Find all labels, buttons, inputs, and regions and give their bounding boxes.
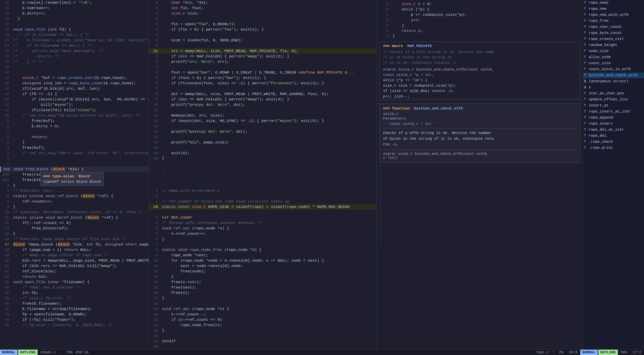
table-row: 35 /* fp_size = lseek(fp, 0, SEEK_END); …: [0, 322, 149, 328]
list-item-current[interactable]: f bytelen_and_check_utf8: [583, 73, 644, 78]
table-row: 26 void save_file (int fd) {: [0, 27, 149, 32]
list-item[interactable]: $ s: [583, 85, 644, 90]
pane-right: 9 size_t i = 0; 8 while (*p) { 7 p += co…: [377, 0, 583, 349]
table-row: 16: [149, 134, 376, 140]
status-final-pos: 17:2: [630, 350, 644, 354]
list-item[interactable]: f rope_new: [583, 6, 644, 12]
list-item[interactable]: f _rope_check: [583, 139, 644, 145]
table-row: 18: [0, 70, 149, 75]
table-row: 15 free(next);: [149, 285, 376, 290]
table-row: 4 return i;: [379, 28, 580, 34]
table-row: 17 printf("%lu", page_size);: [149, 140, 376, 145]
list-item[interactable]: f rope_free: [583, 18, 644, 24]
table-row: 7: [149, 242, 376, 247]
table-row: 6 if (ftruncate(fout, size) == -1) { per…: [149, 81, 376, 86]
status-mode-normal2: NORMAL: [580, 350, 598, 355]
table-row: 7: [0, 129, 149, 134]
table-row: 17 }: [149, 296, 376, 301]
table-row: 6: [149, 16, 376, 21]
table-row: 21 if (blk->src == MAP_FAILED) kill("mma…: [0, 263, 149, 269]
table-row: 12 memcpy(dst, src, size);: [149, 113, 376, 118]
list-item[interactable]: f rope_create_cstr: [583, 36, 644, 42]
table-row: 4 if (fin < 0) { perror("foo"); exit(1);…: [149, 27, 376, 32]
table-row: 13 if (msync(dst, size, MS_SYNC) == -1) …: [149, 118, 376, 124]
status-mode-outline2: OUTLINE: [598, 350, 618, 355]
function-sig: static ssize_t bytelen_and_check_utf8(co…: [383, 152, 577, 160]
table-row: 17 Block *mmap_block (Block *blk, int fp…: [0, 242, 149, 247]
status-percent-right: 2%: [556, 350, 566, 354]
table-row: 28 int fp;: [0, 290, 149, 296]
list-item[interactable]: f rope_byte_count: [583, 30, 644, 36]
status-separator2: |: [551, 350, 556, 354]
tooltip-typedef-label: typedef struct Block Block: [43, 179, 101, 184]
table-row: 11: [149, 107, 376, 113]
macro-description: // Checks if a UTF8 string is ok. Return…: [383, 49, 577, 99]
tooltip-block: ### type-alias `Block` typedef struct Bl…: [40, 172, 104, 186]
list-item[interactable]: f node_size: [583, 48, 644, 54]
table-row: 20 n->ref_count--;: [149, 312, 376, 317]
table-row: 5 /* Function: Incr...: [0, 188, 149, 193]
table-row: 255 free((void*)b... ### type-alias `Blo…: [0, 172, 149, 177]
table-row: 23 }: [149, 328, 376, 333]
list-item[interactable]: f insert_at: [583, 103, 644, 108]
list-item[interactable]: f alloc_node: [583, 54, 644, 60]
list-item[interactable]: f rope_insert_at_iter: [583, 109, 644, 115]
status-bar: NORMAL OUTLINE shado.c | 75% 256:18 rope…: [0, 349, 644, 355]
table-row: 2: [0, 156, 149, 161]
table-row: 8 int fin, fout;: [149, 5, 376, 11]
table-row: 31 E.filename = strdup(filename);: [0, 306, 149, 312]
list-item[interactable]: f rope_insert: [583, 121, 644, 127]
table-row: 256 void free_block (Block *blk) {: [0, 167, 149, 172]
list-item[interactable]: f rope_append: [583, 115, 644, 121]
table-row: 1 // mmap_with_errorcheck.c: [149, 188, 376, 193]
table-row: 13 if (msync((void*)E.blk[0].src, len, M…: [0, 97, 149, 102]
symbols-list: f rope_new2 f rope_new f rope_new_with_u…: [583, 0, 644, 349]
table-row: 29 /* size_t fp_size; */: [0, 296, 149, 301]
function-params-label: Parameters:: [383, 117, 577, 121]
table-row: 7 ref->count++;: [0, 199, 149, 204]
code-area-shado[interactable]: 32 E.row[at].render[len] = '\\0'; 31 E.n…: [0, 0, 149, 349]
table-row: 17 uint8_t *buf = rope_create_cstr(E.rop…: [0, 75, 149, 81]
status-mode-outline: OUTLINE: [18, 350, 38, 355]
status-pos-right: 20:8: [566, 350, 580, 354]
function-return-type: ssize_t: [383, 112, 577, 116]
table-row: 25 #endif: [149, 339, 376, 344]
table-row: 7 p += codepoint_size(*p);: [379, 12, 580, 17]
table-row: 24 /* E.filename = prompt_line("Save as:…: [0, 38, 149, 43]
table-row: 8 static void rope_node_free (rope_node …: [149, 247, 376, 253]
table-row: 14 if (fd != -1) {: [0, 91, 149, 97]
list-item[interactable]: f count_size: [583, 60, 644, 66]
status-filename-right: rope.c: [533, 350, 551, 354]
table-row: 22 /* set_sts_msg("Save aborted"); */: [0, 48, 149, 54]
code-area-rope-left[interactable]: 9 char *src, *dst; 8 int fin, fout; 7 si…: [149, 0, 376, 349]
list-item[interactable]: f rope_new_with_utf8: [583, 12, 644, 18]
list-item[interactable]: f _rope_print: [583, 145, 644, 151]
code-lines-shado: 32 E.row[at].render[len] = '\\0'; 31 E.n…: [0, 0, 149, 349]
list-item[interactable]: f rope_del: [583, 133, 644, 139]
table-row: 28 }: [0, 16, 149, 21]
list-item[interactable]: f rope_del_at_iter: [583, 127, 644, 133]
list-item[interactable]: f iter_at_char_pos: [583, 91, 644, 96]
table-row: 10 for (rope_node *node = n->nexts[0].no…: [149, 258, 376, 263]
table-row: 5 fin = open("foo", O_RDONLY);: [149, 21, 376, 27]
table-row: 3 /* Thread-safe reference counter metho…: [149, 220, 376, 226]
status-mode-normal: NORMAL: [0, 350, 17, 355]
table-row: 19 /* mmap to page offset of page_num */: [0, 253, 149, 258]
list-item[interactable]: $ (anonymous struct): [583, 79, 644, 84]
table-row: 5 if (fout < 0) { perror("bar"); exit(1)…: [149, 75, 376, 81]
table-row: 7 size_t size;: [149, 11, 376, 16]
list-item[interactable]: f count_bytes_in_utf8: [583, 66, 644, 72]
table-row: 4 void ref_inc (rope_node *n) {: [149, 226, 376, 231]
table-row: 31 E.numrows++;: [0, 5, 149, 11]
table-row: 2 printf("src: %s\n", src);: [149, 59, 376, 64]
table-row: ~: [149, 167, 376, 172]
list-item[interactable]: f rope_char_count: [583, 24, 644, 30]
right-top-code: 9 size_t i = 0; 8 while (*p) { 7 p += co…: [377, 0, 583, 40]
status-pos-left: 256:18: [75, 350, 89, 354]
list-item[interactable]: f rope_new2: [583, 0, 644, 6]
table-row: 5 }: [379, 23, 580, 28]
list-item[interactable]: f random_height: [583, 42, 644, 48]
table-row: 11 if(close(fd)) kill("close");: [0, 107, 149, 113]
table-row: [149, 161, 376, 167]
list-item[interactable]: f update_offset_list: [583, 97, 644, 102]
